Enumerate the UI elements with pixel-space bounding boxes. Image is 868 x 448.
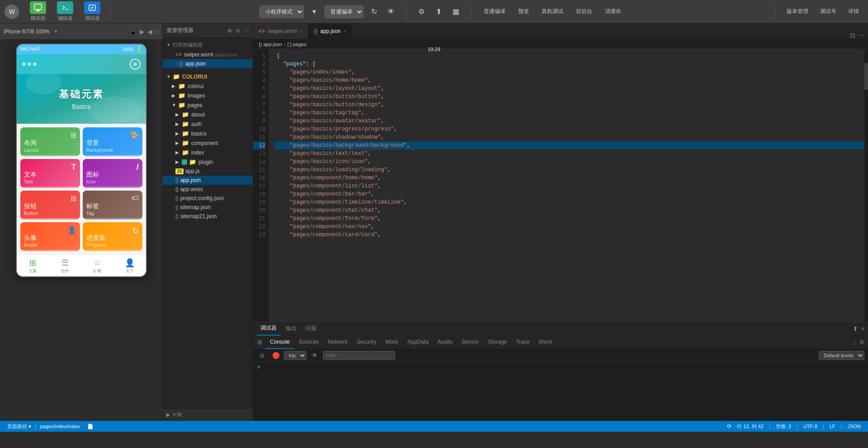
devtools-network-tab[interactable]: Network bbox=[323, 336, 352, 349]
file-projectconfig[interactable]: {} project.config.json bbox=[163, 194, 253, 203]
dt-icon-settings[interactable]: ⚙ bbox=[257, 339, 263, 346]
phone-icon[interactable]: 📱 bbox=[129, 28, 137, 35]
console-input[interactable] bbox=[263, 364, 864, 370]
project-root[interactable]: ▼ 📁 COLORUI bbox=[163, 72, 253, 81]
phone-battery: 100% bbox=[122, 47, 134, 52]
plugin-dot-icon: · bbox=[182, 159, 187, 165]
devtools-sources-tab[interactable]: Sources bbox=[294, 336, 323, 349]
refresh-icon[interactable]: ↻ bbox=[367, 5, 381, 18]
grid-item-text[interactable]: 文本 Text T bbox=[20, 159, 80, 188]
simulator-btn[interactable]: 模拟器 bbox=[27, 1, 49, 22]
context-dropdown[interactable]: top bbox=[284, 351, 307, 360]
dt-more-icon[interactable]: ⋮ bbox=[852, 339, 858, 345]
clear-label[interactable]: 清缓存 bbox=[600, 6, 626, 17]
avatar[interactable]: W bbox=[5, 5, 19, 19]
grid-item-icon[interactable]: 图标 Icon I bbox=[83, 159, 142, 188]
test-label[interactable]: 测试号 bbox=[816, 6, 841, 17]
devtools-storage-tab[interactable]: Storage bbox=[483, 336, 511, 349]
details-label[interactable]: 详情 bbox=[844, 6, 863, 17]
console-filter-icon[interactable]: 🔴 bbox=[270, 352, 281, 359]
open-editors-title[interactable]: ▼ 打开的编辑器 bbox=[163, 40, 253, 50]
tab-swiper-wxml[interactable]: <> swiper.wxml × bbox=[253, 23, 308, 39]
nav-components[interactable]: ☰ 组件 bbox=[49, 258, 81, 274]
devtools-appdata-tab[interactable]: AppData bbox=[403, 336, 433, 349]
dt-settings-icon[interactable]: ⚙ bbox=[859, 339, 864, 345]
folder-component[interactable]: ▶ 📁 component bbox=[163, 138, 253, 148]
file-appjs[interactable]: JS app.js bbox=[163, 167, 253, 176]
folder-plugin[interactable]: ▶ · 📁 plugin bbox=[163, 157, 253, 167]
grid-item-tag[interactable]: 标签 Tag 🏷 bbox=[83, 191, 142, 219]
console-filter-input[interactable] bbox=[323, 351, 395, 360]
close-swiper-btn[interactable]: × bbox=[300, 28, 302, 34]
folder-index[interactable]: ▶ 📁 index bbox=[163, 148, 253, 157]
qrcode-icon[interactable]: ▦ bbox=[449, 5, 462, 18]
settings-icon[interactable]: ⚙ bbox=[415, 5, 428, 18]
nav-extend[interactable]: ☆ 扩展 bbox=[81, 258, 114, 274]
split-editor-icon[interactable]: ⊡ bbox=[850, 32, 855, 39]
backend-label[interactable]: 切后台 bbox=[571, 6, 597, 17]
preview-label[interactable]: 预览 bbox=[514, 6, 533, 17]
devtools-security-tab[interactable]: Security bbox=[352, 336, 381, 349]
explorer-outline[interactable]: ▶ 大纲 bbox=[163, 408, 253, 421]
console-eye-icon[interactable]: 👁 bbox=[309, 352, 320, 359]
breadcrumb-pages[interactable]: [ ] pages bbox=[288, 42, 307, 47]
folder-basics[interactable]: ▶ 📁 basics bbox=[163, 129, 253, 138]
code-content[interactable]: { "pages": [ "pages/index/index", "pages… bbox=[269, 49, 864, 322]
expand-devtools-icon[interactable]: ⬆ bbox=[853, 325, 858, 332]
folder-colorui[interactable]: ▶ 📁 colorui bbox=[163, 81, 253, 91]
grid-item-background[interactable]: 背景 Background 🎨 bbox=[83, 127, 142, 156]
breadcrumb-appjson[interactable]: {} app.json bbox=[259, 42, 282, 47]
more-editor-icon[interactable]: ⋯ bbox=[858, 32, 864, 39]
devtools-audits-tab[interactable]: Audits bbox=[433, 336, 457, 349]
devtools-trace-tab[interactable]: Trace bbox=[511, 336, 534, 349]
folder-pages[interactable]: ▼ 📁 pages bbox=[163, 100, 253, 110]
file-sitemap[interactable]: {} sitemap.json bbox=[163, 203, 253, 212]
clear-console-icon[interactable]: ⊘ bbox=[257, 352, 268, 359]
new-file-icon[interactable]: ⊕ bbox=[227, 28, 232, 34]
grid-item-avatar[interactable]: 头像 Avatar 👤 bbox=[20, 222, 80, 251]
window-icon[interactable]: □ bbox=[155, 28, 159, 35]
open-file-appjson[interactable]: × {} app.json bbox=[163, 59, 253, 68]
compile-select[interactable]: 普通编译 bbox=[325, 5, 363, 18]
preview-icon[interactable]: 👁 bbox=[384, 5, 398, 18]
file-appjson[interactable]: {} app.json bbox=[163, 176, 253, 185]
back-icon[interactable]: ◀ bbox=[147, 28, 152, 35]
devtools-sensor-tab[interactable]: Sensor bbox=[457, 336, 483, 349]
debugger-btn[interactable]: 调试器 bbox=[81, 1, 103, 22]
mode-select[interactable]: 小程序模式 bbox=[259, 5, 304, 18]
devtools-tab-output[interactable]: 输出 bbox=[282, 322, 300, 336]
editor-scrollbar[interactable] bbox=[864, 49, 868, 322]
folder-about[interactable]: ▶ 📁 about bbox=[163, 110, 253, 119]
grid-item-button[interactable]: 按钮 Button ⊞ bbox=[20, 191, 80, 219]
scrollbar-thumb[interactable] bbox=[864, 63, 868, 90]
grid-item-progress[interactable]: 进度条 Progress ↻ bbox=[83, 222, 142, 251]
file-appwxss[interactable]: {} app.wxss bbox=[163, 185, 253, 194]
open-file-swiper[interactable]: <> swiper.wxml pages/com... bbox=[163, 50, 253, 59]
editor-btn[interactable]: 编辑器 bbox=[54, 1, 76, 22]
collapse-icon[interactable]: ⊖ bbox=[236, 28, 240, 34]
devtools-tab-debugger[interactable]: 调试器 bbox=[257, 322, 280, 336]
levels-dropdown[interactable]: Default levels bbox=[819, 351, 864, 360]
close-devtools-icon[interactable]: × bbox=[861, 325, 864, 332]
basics-folder-icon: 📁 bbox=[182, 130, 189, 137]
devtools-wxml-tab[interactable]: Wxml bbox=[534, 336, 557, 349]
more-icon[interactable]: ⋯ bbox=[244, 28, 249, 34]
nav-elements[interactable]: ⊞ 元素 bbox=[17, 258, 49, 274]
devtools-mock-tab[interactable]: Mock bbox=[381, 336, 403, 349]
play-icon[interactable]: ▶ bbox=[140, 28, 145, 35]
tab-app-json[interactable]: {} app.json × bbox=[308, 23, 352, 39]
realtest-label[interactable]: 真机调试 bbox=[537, 6, 568, 17]
close-icon-appjson[interactable]: × bbox=[175, 61, 178, 66]
devtools-tab-problems[interactable]: 问题 bbox=[302, 322, 320, 336]
version-label[interactable]: 版本管理 bbox=[782, 6, 813, 17]
upload-icon[interactable]: ⬆ bbox=[432, 5, 445, 18]
nav-about[interactable]: 👤 关于 bbox=[113, 258, 146, 274]
folder-auth[interactable]: ▶ 📁 auth bbox=[163, 119, 253, 129]
status-path[interactable]: 页面路径 ▾ bbox=[4, 423, 35, 430]
about-icon: 👤 bbox=[125, 258, 135, 268]
devtools-console-tab[interactable]: Console bbox=[265, 336, 294, 349]
file-sitemap21[interactable]: {} sitemap21.json bbox=[163, 212, 253, 221]
folder-images[interactable]: ▶ 📁 images bbox=[163, 91, 253, 100]
grid-item-layout[interactable]: 布局 Layout ⊞ bbox=[20, 127, 80, 156]
close-appjson-btn[interactable]: × bbox=[344, 28, 346, 34]
